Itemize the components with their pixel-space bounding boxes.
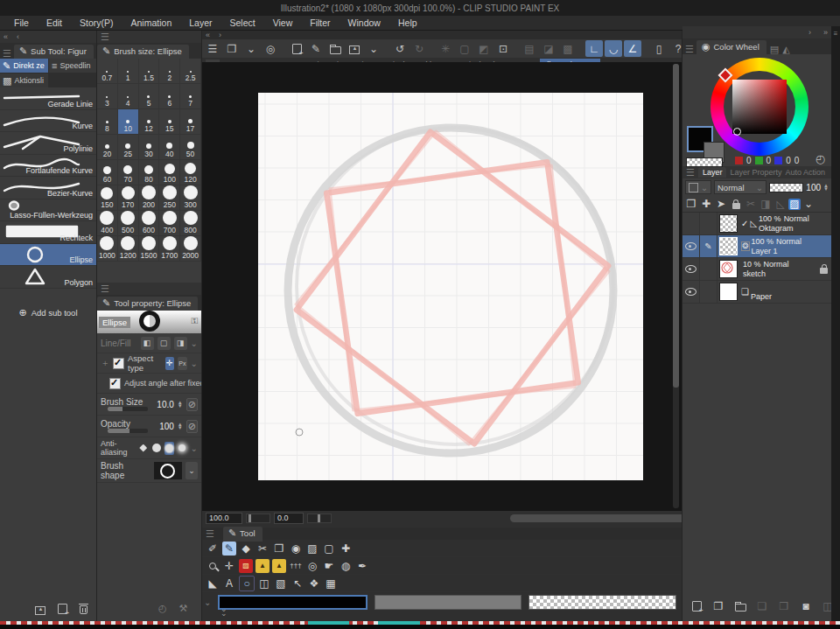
grid-tool-icon[interactable]: ▦	[324, 577, 338, 591]
eye-icon[interactable]	[685, 242, 696, 250]
anti-alias-weak-icon[interactable]	[151, 442, 161, 455]
gradient-tool-icon[interactable]: ▧	[274, 577, 288, 591]
subtool-group-speedlin[interactable]: ≡Speedlin	[49, 59, 97, 73]
clip-to-layer-below-icon[interactable]: ❐	[684, 197, 698, 211]
brush-size-20[interactable]: 20	[97, 135, 118, 160]
menu-item-view[interactable]: View	[264, 17, 302, 28]
settings-wrench-icon[interactable]: ⚒	[179, 604, 188, 613]
anti-alias-dropdown-icon[interactable]: ⌄	[191, 444, 198, 453]
layer-color-dropdown-icon[interactable]: ⌄	[802, 197, 816, 211]
brush-size-0.7[interactable]: 0.7	[97, 59, 118, 84]
deselect-icon[interactable]: ▢	[456, 40, 473, 57]
menu-item-layer[interactable]: Layer	[180, 17, 220, 28]
panel-menu-icon[interactable]: ☰	[101, 32, 109, 42]
color-set-tab-icon[interactable]: ◭	[782, 45, 789, 54]
texture-brush-tool-icon[interactable]: ▨	[305, 542, 319, 556]
opacity-stepper[interactable]: ▲▼	[178, 423, 183, 430]
brush-size-value[interactable]: 10.0	[157, 400, 173, 409]
brush-size-300[interactable]: 300	[180, 185, 201, 211]
panel-menu-icon[interactable]: ☰	[686, 168, 695, 178]
brush-size-1[interactable]: 1	[118, 59, 139, 84]
subtool-item-rect[interactable]: Rechteck	[0, 221, 96, 244]
new-file-icon[interactable]	[288, 40, 305, 57]
brush-size-5[interactable]: 5	[139, 84, 160, 109]
brush-size-3[interactable]: 3	[97, 84, 118, 109]
lock-layer-icon[interactable]	[729, 197, 743, 211]
blend-tool-icon[interactable]: ◎	[305, 559, 319, 573]
save-icon[interactable]	[346, 40, 363, 57]
vertical-scrollbar[interactable]	[673, 64, 679, 508]
layer-panel-tab-layerproperty[interactable]: Layer Property	[730, 168, 781, 177]
menu-item-edit[interactable]: Edit	[38, 17, 71, 28]
figure-tool-icon[interactable]: ○	[239, 576, 255, 591]
operation-tool-icon[interactable]: ✛	[222, 559, 236, 573]
canvas-artwork[interactable]	[258, 93, 643, 480]
brush-size-800[interactable]: 800	[180, 211, 201, 236]
zoom-value[interactable]: 100.0	[206, 513, 242, 524]
brush-size-1500[interactable]: 1500	[139, 236, 160, 262]
marquee-tool-icon[interactable]: ▢	[322, 542, 336, 556]
pen-icon[interactable]: ✎	[307, 40, 325, 57]
snap-to-ruler-icon[interactable]: ∟	[585, 40, 603, 57]
lasso-fill-tool-icon[interactable]: ◣	[206, 577, 220, 591]
mesh-icon[interactable]: ▩	[559, 40, 577, 57]
saturation-value-square[interactable]	[732, 80, 787, 134]
layer-opacity-slider[interactable]	[769, 183, 803, 192]
brush-size-30[interactable]: 30	[139, 135, 160, 160]
subtool-group-aktionsli[interactable]: ▩Aktionsli	[0, 73, 48, 87]
mask-icon[interactable]: ◙	[799, 599, 813, 613]
brush-size-slider-icon[interactable]: ⊘	[186, 398, 198, 411]
line-option-icon[interactable]: ◧	[141, 337, 154, 350]
brush-set-tool-icon[interactable]: †††	[289, 559, 303, 573]
expand-center-icon[interactable]: ›	[219, 31, 221, 39]
subtool-item-polyline[interactable]: Polylinie	[0, 132, 96, 155]
main-menu-icon[interactable]: ☰	[204, 40, 221, 57]
brush-size-15[interactable]: 15	[159, 109, 180, 135]
menu-item-animation[interactable]: Animation	[122, 17, 181, 28]
horizontal-scrollbar[interactable]	[335, 514, 685, 522]
brush-size-120[interactable]: 120	[180, 160, 201, 185]
brush-size-700[interactable]: 700	[159, 211, 180, 236]
check-icon[interactable]: ✓	[741, 219, 748, 228]
collapse-right-icon[interactable]: »	[823, 28, 828, 37]
sv-marker[interactable]	[733, 128, 741, 136]
aspect-type-checkbox[interactable]	[113, 358, 124, 369]
brush-size-50[interactable]: 50	[180, 135, 201, 160]
pencil-tool-icon[interactable]: ✎	[222, 542, 236, 556]
layer-visibility-cell[interactable]	[682, 213, 700, 234]
brush-size-400[interactable]: 400	[97, 211, 118, 236]
fill-tool-icon[interactable]: ◪	[540, 40, 557, 57]
rotate-view-tool-icon[interactable]: ◍	[339, 559, 353, 573]
subtool-item-polygon[interactable]: Polygon	[0, 266, 96, 289]
magnifier-tool-icon[interactable]	[206, 559, 220, 573]
material-yellow-tool-icon[interactable]: ▲	[256, 559, 270, 573]
brush-size-8[interactable]: 8	[97, 109, 118, 135]
brush-size-1.5[interactable]: 1.5	[139, 59, 160, 84]
menu-item-file[interactable]: File	[5, 17, 38, 28]
brush-shape-preview[interactable]	[154, 462, 182, 479]
brush-size-600[interactable]: 600	[139, 211, 160, 236]
subtool-group-direktze[interactable]: ✎Direkt ze	[0, 59, 48, 73]
balloon-tool-icon[interactable]: ❖	[307, 577, 321, 591]
horizontal-scrollbar-thumb[interactable]	[510, 514, 685, 522]
blend-effect-dropdown[interactable]: ⌄	[685, 180, 711, 194]
brush-size-80[interactable]: 80	[139, 160, 160, 185]
brush-size-4[interactable]: 4	[118, 84, 139, 109]
subtool-item-line[interactable]: Gerade Linie	[0, 87, 96, 110]
layer-thumbnail[interactable]	[719, 260, 738, 278]
panel-menu-icon[interactable]: ☰	[682, 45, 696, 54]
add-sub-tool-button[interactable]: ⊕ Add sub tool	[0, 304, 96, 322]
save-subtool-icon[interactable]	[35, 606, 46, 615]
new-raster-layer-icon[interactable]	[690, 599, 704, 613]
edge-menu-icon[interactable]: ≡	[831, 26, 840, 38]
menu-item-filter[interactable]: Filter	[301, 17, 339, 28]
tool-panel-tab[interactable]: ✎ Tool	[223, 527, 262, 542]
history-icon[interactable]: ◴	[158, 604, 167, 613]
redo-icon[interactable]: ↻	[410, 40, 428, 57]
layer-row-oktagram[interactable]: ✓◺100 %NormalOktagram	[682, 213, 831, 235]
layer-visibility-cell[interactable]	[682, 281, 700, 303]
clip-studio-icon[interactable]: ◎	[262, 40, 279, 57]
select-pointer-tool-icon[interactable]: ↖	[290, 577, 304, 591]
brush-size-2.5[interactable]: 2.5	[180, 59, 201, 84]
layer-move-icon[interactable]: ▤	[521, 40, 538, 57]
